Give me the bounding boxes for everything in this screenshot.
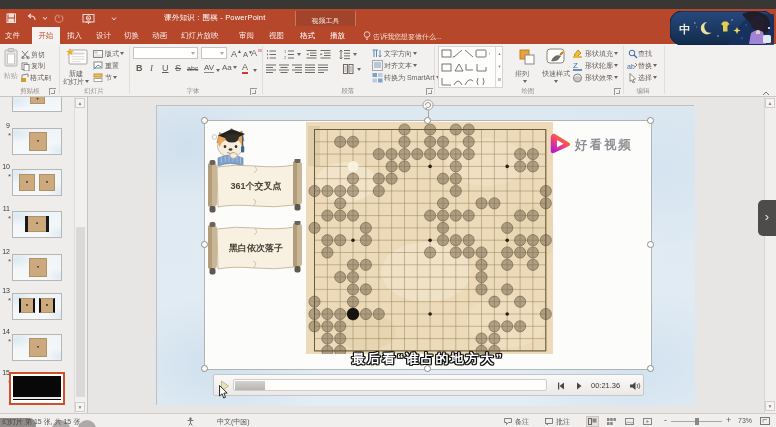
svg-text:黑白依次落子: 黑白依次落子 [228, 243, 283, 253]
svg-text:ab: ab [627, 63, 635, 70]
svg-text:361个交叉点: 361个交叉点 [230, 181, 281, 191]
svg-text:˚,: ˚, [694, 22, 698, 28]
svg-text:Z: Z [573, 61, 578, 70]
svg-text:2: 2 [284, 55, 287, 60]
svg-text:中: 中 [679, 23, 690, 35]
svg-text:1: 1 [284, 49, 287, 54]
